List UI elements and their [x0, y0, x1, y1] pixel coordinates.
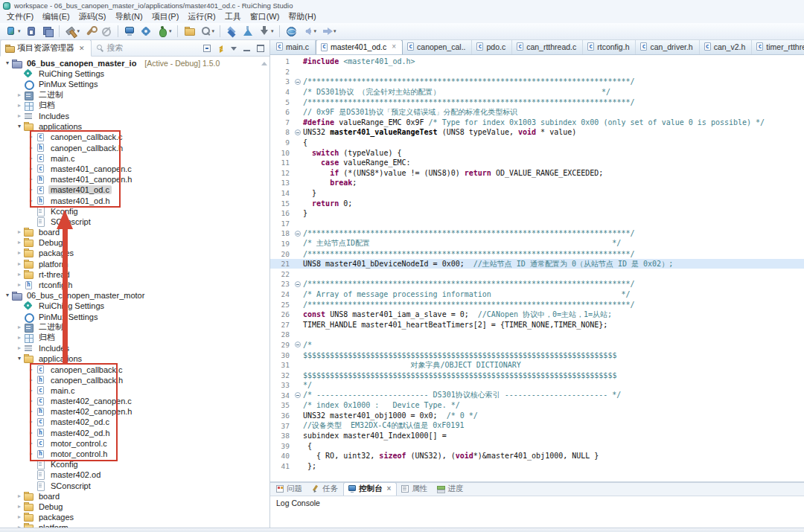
editor-tab-pdo.c[interactable]: cpdo.c	[472, 40, 512, 54]
settings-gear-button[interactable]	[138, 25, 153, 38]
tree-item-二进制[interactable]: ▸二进制	[0, 322, 269, 333]
tree-item-Debug[interactable]: ▸Debug	[0, 501, 269, 512]
editor-tab-can_v2.h[interactable]: ccan_v2.h	[700, 40, 753, 54]
tree-item-06_bus_canopen_master_motor[interactable]: ▾06_bus_canopen_master_motor	[0, 290, 269, 301]
editor-tab-can_rtthread.c[interactable]: ccan_rtthread.c	[512, 40, 583, 54]
fold-collapse-icon[interactable]	[295, 129, 301, 135]
editor-tab-main.c[interactable]: cmain.c	[272, 40, 316, 54]
save-all-button[interactable]	[40, 25, 55, 38]
tree-item-二进制[interactable]: ▸二进制	[0, 90, 269, 100]
tree-item-board[interactable]: ▸board	[0, 227, 269, 237]
fold-collapse-icon[interactable]	[295, 392, 301, 398]
tree-item-applications[interactable]: ▾applications	[0, 121, 269, 132]
menu-item-0[interactable]: 文件(F)	[4, 10, 40, 23]
tree-expanded-arrow-icon[interactable]: ▾	[15, 353, 24, 364]
tree-item-归档[interactable]: ▸归档	[0, 333, 269, 343]
view-tab-close-icon[interactable]: ✕	[79, 45, 85, 52]
tree-item-canopen_callback.h[interactable]: ▸hcanopen_callback.h	[0, 143, 269, 153]
tree-collapsed-arrow-icon[interactable]: ▸	[27, 164, 36, 174]
menu-item-2[interactable]: 源码(S)	[77, 10, 113, 23]
tree-collapsed-arrow-icon[interactable]: ▸	[15, 259, 24, 269]
editor-tab-rtconfig.h[interactable]: crtconfig.h	[583, 40, 636, 54]
minimize-icon[interactable]	[243, 44, 252, 53]
tree-item-master401_canopen.h[interactable]: ▸hmaster401_canopen.h	[0, 174, 269, 185]
tree-expanded-arrow-icon[interactable]: ▾	[3, 290, 12, 301]
tree-item-PinMux Settings[interactable]: PinMux Settings	[0, 79, 269, 89]
tab-project-explorer[interactable]: 项目资源管理器 ✕	[0, 39, 92, 57]
console-tab-progress[interactable]: 进度	[433, 482, 468, 496]
download-dropdown-caret[interactable]: ▾	[271, 28, 274, 34]
tree-collapsed-arrow-icon[interactable]: ▸	[15, 501, 24, 512]
tree-collapsed-arrow-icon[interactable]: ▸	[15, 491, 24, 501]
debug-monitor-button[interactable]	[122, 25, 137, 38]
download-button[interactable]: ▾	[257, 25, 275, 38]
tree-collapsed-arrow-icon[interactable]: ▸	[15, 269, 24, 280]
editor-tab-can_driver.h[interactable]: ccan_driver.h	[636, 40, 699, 54]
tree-item-master402_canopen.c[interactable]: ▸cmaster402_canopen.c	[0, 396, 269, 406]
tree-item-Kconfig[interactable]: Kconfig	[0, 459, 269, 469]
editor-tab-master401_od.c[interactable]: cmaster401_od.c×	[316, 40, 403, 54]
tree-scroll-up-arrow[interactable]	[261, 59, 267, 65]
tree-collapsed-arrow-icon[interactable]: ▸	[15, 111, 24, 121]
tree-collapsed-arrow-icon[interactable]: ▸	[15, 100, 24, 111]
menu-item-3[interactable]: 导航(N)	[112, 10, 149, 23]
tree-collapsed-arrow-icon[interactable]: ▸	[15, 280, 24, 290]
tree-collapsed-arrow-icon[interactable]: ▸	[27, 406, 36, 417]
view-menu-icon[interactable]	[229, 44, 238, 53]
tree-collapsed-arrow-icon[interactable]: ▸	[15, 322, 24, 333]
tree-item-PinMux Settings[interactable]: PinMux Settings	[0, 312, 269, 322]
search-dropdown-caret[interactable]: ▾	[212, 28, 215, 34]
tree-item-master401_od.h[interactable]: ▸hmaster401_od.h	[0, 195, 269, 205]
tree-item-master402_canopen.h[interactable]: ▸hmaster402_canopen.h	[0, 406, 269, 417]
tree-collapsed-arrow-icon[interactable]: ▸	[27, 143, 36, 153]
menu-item-8[interactable]: 帮助(H)	[286, 10, 322, 23]
new-wizard-button[interactable]: ▾	[4, 25, 22, 38]
link-with-editor-icon[interactable]	[216, 44, 225, 53]
globe-button[interactable]	[284, 25, 299, 38]
tree-collapsed-arrow-icon[interactable]: ▸	[15, 522, 24, 528]
fold-collapse-icon[interactable]	[295, 281, 301, 287]
tree-item-rt-thread[interactable]: ▸rt-thread	[0, 269, 269, 280]
tree-collapsed-arrow-icon[interactable]: ▸	[15, 343, 24, 353]
tree-item-canopen_callback.c[interactable]: ▸ccanopen_callback.c	[0, 364, 269, 374]
tree-collapsed-arrow-icon[interactable]: ▸	[27, 438, 36, 449]
tree-item-master401_canopen.c[interactable]: ▸cmaster401_canopen.c	[0, 164, 269, 174]
layers-button[interactable]	[224, 25, 239, 38]
editor-tab-timer_rtthre...[interactable]: ctimer_rtthre...	[752, 40, 804, 54]
tree-collapsed-arrow-icon[interactable]: ▸	[27, 365, 36, 375]
search-button[interactable]: ▾	[198, 25, 217, 38]
build-button[interactable]: ▾	[63, 25, 82, 38]
code-editor[interactable]: 1#include <master401_od.h>23/***********…	[270, 55, 804, 481]
tree-item-packages[interactable]: ▸packages	[0, 512, 269, 522]
skip-breakpoints-button[interactable]	[99, 25, 114, 38]
tree-collapsed-arrow-icon[interactable]: ▸	[27, 375, 36, 385]
open-folder-button[interactable]	[182, 25, 197, 38]
tree-item-platform[interactable]: ▸platform	[0, 259, 269, 269]
console-tab-tasks[interactable]: 任务	[307, 482, 343, 496]
collapse-all-icon[interactable]	[202, 44, 211, 53]
maximize-icon[interactable]	[256, 44, 265, 53]
menu-item-5[interactable]: 运行(R)	[185, 10, 222, 23]
tree-item-rtconfig.h[interactable]: ▸hrtconfig.h	[0, 280, 269, 290]
console-tab-problems[interactable]: 问题	[272, 482, 307, 496]
fold-collapse-icon[interactable]	[295, 79, 301, 85]
tree-item-master402.od[interactable]: master402.od	[0, 469, 269, 480]
tree-collapsed-arrow-icon[interactable]: ▸	[27, 449, 36, 459]
tree-item-motor_control.c[interactable]: ▸cmotor_control.c	[0, 438, 269, 449]
tree-item-master402_od.h[interactable]: ▸hmaster402_od.h	[0, 428, 269, 438]
fold-collapse-icon[interactable]	[295, 342, 301, 347]
tree-collapsed-arrow-icon[interactable]: ▸	[27, 185, 36, 195]
tree-item-Kconfig[interactable]: Kconfig	[0, 206, 269, 217]
fold-collapse-icon[interactable]	[295, 231, 301, 237]
tree-collapsed-arrow-icon[interactable]: ▸	[27, 153, 36, 164]
tree-collapsed-arrow-icon[interactable]: ▸	[15, 333, 24, 343]
tree-item-06_bus_canopen_master_io[interactable]: ▾06_bus_canopen_master_io[Active - Debug…	[0, 58, 269, 68]
tree-collapsed-arrow-icon[interactable]: ▸	[15, 90, 24, 100]
tree-item-RuiChing Settings[interactable]: RuiChing Settings	[0, 68, 269, 79]
tree-item-归档[interactable]: ▸归档	[0, 100, 269, 111]
tree-collapsed-arrow-icon[interactable]: ▸	[27, 385, 36, 396]
flask-button[interactable]	[240, 25, 255, 38]
menu-item-7[interactable]: 窗口(W)	[248, 10, 287, 23]
tab-close-icon[interactable]: ×	[392, 43, 396, 51]
tree-collapsed-arrow-icon[interactable]: ▸	[27, 396, 36, 406]
